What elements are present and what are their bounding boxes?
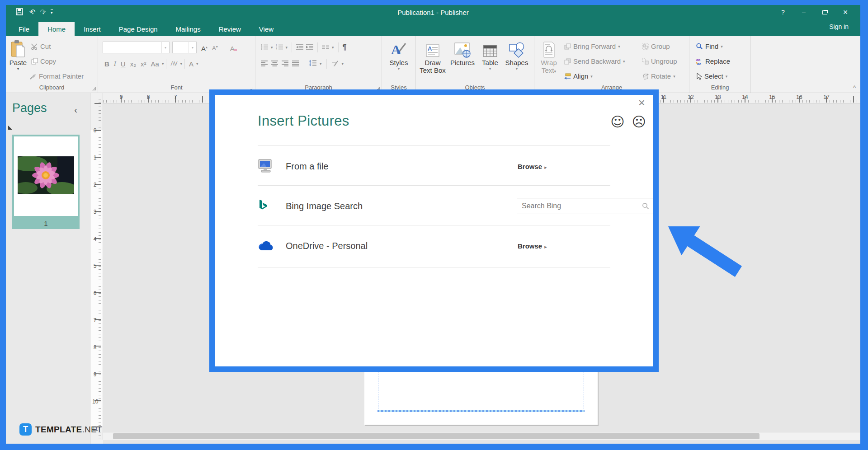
bring-forward-icon bbox=[564, 43, 571, 50]
tab-mailings[interactable]: Mailings bbox=[167, 22, 210, 36]
font-color-button[interactable]: A bbox=[187, 60, 195, 68]
dialog-title: Insert Pictures bbox=[258, 113, 349, 129]
rotate-button[interactable]: Rotate ▾ bbox=[642, 72, 675, 80]
justify-button[interactable] bbox=[292, 60, 299, 68]
columns-button[interactable] bbox=[322, 44, 329, 52]
undo-button[interactable]: ↶▾ bbox=[29, 8, 33, 16]
page-thumbnail[interactable] bbox=[12, 135, 80, 218]
bullets-caret-icon: ▾ bbox=[271, 45, 273, 50]
increase-indent-button[interactable] bbox=[306, 44, 313, 52]
pages-panel-title: Pages bbox=[12, 101, 47, 115]
page-number-badge[interactable]: 1 bbox=[12, 218, 80, 229]
shapes-button[interactable]: Shapes ▾ bbox=[503, 39, 531, 71]
numbering-button[interactable]: 123 bbox=[276, 44, 283, 52]
dialog-close-button[interactable]: × bbox=[638, 97, 645, 108]
align-icon bbox=[564, 73, 571, 80]
clipboard-dialog-launcher-icon[interactable] bbox=[92, 87, 96, 90]
bring-forward-button[interactable]: Bring Forward ▾ bbox=[564, 42, 620, 50]
tab-review[interactable]: Review bbox=[210, 22, 250, 36]
shrink-font-button[interactable]: A▾ bbox=[212, 45, 218, 52]
h-ruler-number: 12 bbox=[688, 94, 693, 100]
cut-button[interactable]: Cut bbox=[31, 42, 51, 50]
font-name-combo[interactable]: ▾ bbox=[103, 42, 170, 53]
borders-button[interactable] bbox=[331, 60, 339, 68]
search-icon[interactable] bbox=[642, 202, 649, 210]
font-size-combo[interactable]: ▾ bbox=[172, 42, 197, 53]
tab-view[interactable]: View bbox=[250, 22, 283, 36]
clear-formatting-button[interactable]: A bbox=[230, 45, 237, 52]
styles-button[interactable]: A Styles ▾ bbox=[386, 39, 412, 71]
draw-text-box-button[interactable]: A DrawText Box bbox=[419, 39, 447, 74]
styles-caret-icon: ▾ bbox=[386, 66, 412, 71]
paste-button[interactable]: Paste ▾ bbox=[8, 39, 28, 71]
close-window-button[interactable]: × bbox=[835, 5, 856, 19]
underline-button[interactable]: U bbox=[119, 60, 127, 68]
ribbon-group-paragraph: ▾ 123 ▾ ▾ ¶ ▾ bbox=[255, 36, 382, 93]
horizontal-scrollbar[interactable] bbox=[103, 432, 860, 440]
help-button[interactable]: ? bbox=[773, 5, 793, 19]
tab-file[interactable]: File bbox=[9, 22, 38, 36]
collapse-panel-icon[interactable]: ‹ bbox=[74, 105, 77, 115]
cut-icon bbox=[31, 43, 38, 50]
align-center-button[interactable] bbox=[271, 60, 278, 68]
publisher-window: ↶▾ ↷▾ ▾ Publication1 - Publisher ? – × F… bbox=[6, 5, 860, 444]
onedrive-browse-button[interactable]: Browse▸ bbox=[518, 242, 547, 250]
copy-button[interactable]: Copy bbox=[31, 57, 56, 65]
redo-button[interactable]: ↷▾ bbox=[40, 8, 44, 16]
rotate-icon bbox=[642, 73, 649, 80]
font-size-caret-icon[interactable]: ▾ bbox=[189, 42, 196, 53]
scrollbar-thumb[interactable] bbox=[113, 433, 760, 439]
h-ruler-number: 7 bbox=[174, 94, 177, 100]
grow-font-button[interactable]: A▴ bbox=[201, 45, 208, 52]
ribbon-group-objects: A DrawText Box Pictures Table ▾ bbox=[416, 36, 534, 93]
format-painter-button[interactable]: Format Painter bbox=[29, 72, 84, 80]
subscript-button[interactable]: x₂ bbox=[128, 60, 138, 68]
minimize-button[interactable]: – bbox=[793, 5, 814, 19]
select-button[interactable]: Select ▾ bbox=[696, 72, 727, 80]
template-net-watermark: T TEMPLATE.NET bbox=[19, 423, 102, 436]
insert-pictures-button[interactable]: Pictures bbox=[448, 39, 477, 66]
insert-table-button[interactable]: Table ▾ bbox=[478, 39, 502, 71]
find-button[interactable]: Find ▾ bbox=[696, 42, 723, 50]
save-icon[interactable] bbox=[16, 8, 23, 17]
decrease-indent-button[interactable] bbox=[296, 44, 303, 52]
tab-page-design[interactable]: Page Design bbox=[110, 22, 167, 36]
align-left-button[interactable] bbox=[261, 60, 268, 68]
superscript-button[interactable]: x² bbox=[139, 60, 148, 68]
character-spacing-button[interactable]: AV bbox=[169, 61, 179, 67]
undo-caret-icon[interactable]: ▾ bbox=[32, 11, 33, 15]
wrap-text-button[interactable]: WrapText▾ bbox=[537, 39, 561, 75]
vertical-ruler[interactable]: 0 1 2 3 4 5 6 7 8 9 10 11 bbox=[90, 93, 103, 440]
group-button[interactable]: Group bbox=[642, 42, 670, 50]
dialog-row-bing: Bing Image Search bbox=[258, 193, 610, 219]
feedback-smile-icon[interactable]: ☺ bbox=[610, 114, 624, 130]
tab-home[interactable]: Home bbox=[38, 22, 75, 36]
character-spacing-caret-icon: ▾ bbox=[180, 61, 183, 66]
tab-insert[interactable]: Insert bbox=[75, 22, 110, 36]
align-right-button[interactable] bbox=[282, 60, 289, 68]
feedback-frown-icon[interactable]: ☹ bbox=[632, 114, 646, 130]
change-case-button[interactable]: Aa bbox=[149, 60, 161, 68]
pictures-icon bbox=[448, 39, 477, 58]
customize-qat-icon[interactable]: ▾ bbox=[51, 9, 53, 15]
italic-button[interactable]: I bbox=[112, 60, 118, 68]
sign-in-link[interactable]: Sign in bbox=[829, 23, 849, 30]
align-button[interactable]: Align ▾ bbox=[564, 72, 593, 80]
show-paragraph-marks-button[interactable]: ¶ bbox=[343, 43, 347, 52]
replace-button[interactable]: abac Replace bbox=[696, 57, 730, 65]
ribbon-tabs: File Home Insert Page Design Mailings Re… bbox=[6, 19, 860, 36]
ungroup-button[interactable]: Ungroup bbox=[642, 57, 677, 65]
font-name-caret-icon[interactable]: ▾ bbox=[161, 42, 169, 53]
bullets-button[interactable] bbox=[261, 44, 268, 52]
select-caret-icon: ▾ bbox=[726, 74, 728, 79]
bold-button[interactable]: B bbox=[103, 60, 111, 68]
send-backward-button[interactable]: Send Backward ▾ bbox=[564, 57, 625, 65]
from-file-label: From a file bbox=[286, 161, 328, 172]
restore-button[interactable] bbox=[814, 5, 835, 19]
collapse-ribbon-icon[interactable]: ^ bbox=[853, 84, 856, 91]
bing-search-input[interactable] bbox=[517, 202, 642, 210]
v-ruler-number: 6 bbox=[92, 290, 98, 296]
h-ruler-number: 11 bbox=[661, 94, 666, 100]
from-file-browse-button[interactable]: Browse▸ bbox=[518, 163, 547, 170]
line-spacing-button[interactable] bbox=[309, 60, 316, 68]
